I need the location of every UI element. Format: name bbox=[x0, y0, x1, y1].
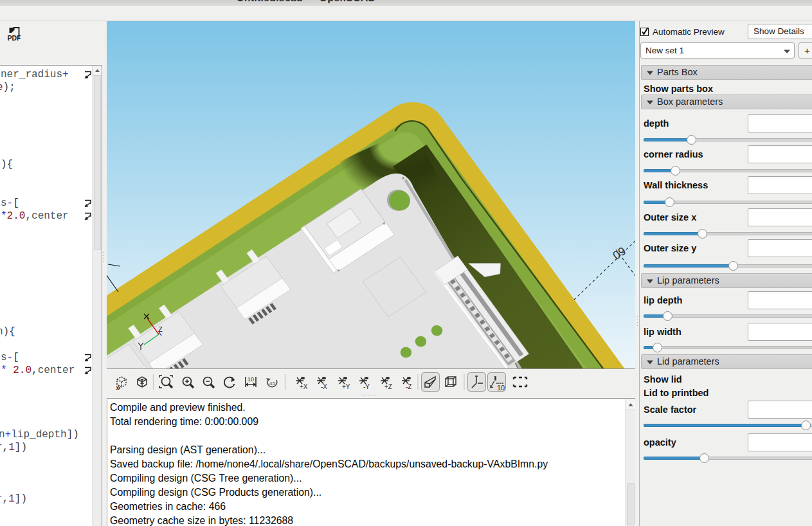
svg-text:10: 10 bbox=[248, 376, 254, 383]
svg-text:-Y: -Y bbox=[363, 383, 370, 390]
svg-text:+X: +X bbox=[300, 383, 308, 390]
svg-text:-Z: -Z bbox=[406, 383, 411, 390]
svg-text:10: 10 bbox=[497, 384, 505, 392]
svg-text:»: » bbox=[116, 383, 120, 392]
svg-text:Z: Z bbox=[158, 325, 163, 333]
svg-text:+Y: +Y bbox=[342, 383, 350, 390]
svg-text:PDF: PDF bbox=[8, 34, 21, 42]
svg-text:45: 45 bbox=[269, 381, 275, 386]
svg-text:-X: -X bbox=[321, 383, 327, 390]
svg-text:+Z: +Z bbox=[384, 383, 392, 390]
